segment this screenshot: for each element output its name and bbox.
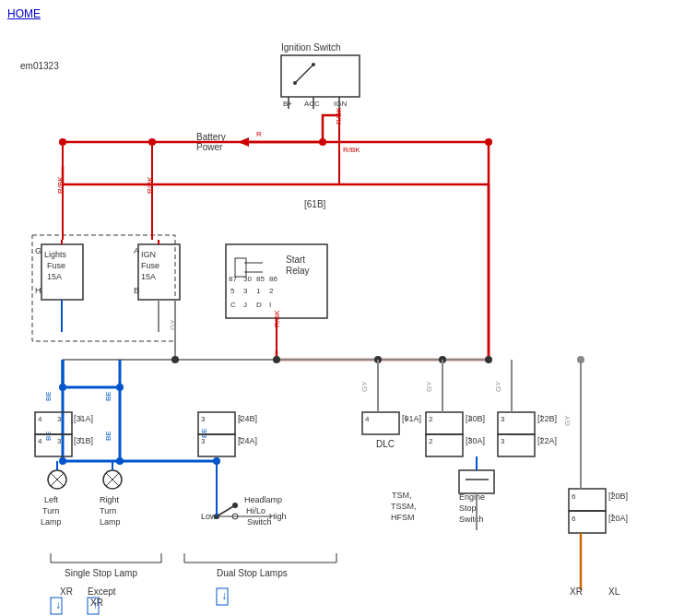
lights-fuse-label: Lights [44, 250, 67, 259]
dual-stop-lamps-label: Dual Stop Lamps [217, 568, 288, 578]
headlamp-switch-label: Headlamp [244, 495, 282, 504]
wiring-diagram: em01323 Ignition Switch B+ ACC IGN R/BK … [0, 0, 696, 616]
svg-text:4: 4 [38, 415, 42, 423]
right-turn-lamp-label2: Turn [100, 506, 116, 515]
connector-61b: [61B] [304, 199, 326, 209]
svg-text:D: D [256, 301, 262, 309]
terminal-b: B [134, 286, 139, 295]
except-xr-label: Except [88, 586, 116, 597]
wire-gy-22b: GY [494, 381, 502, 392]
battery-power-label: Battery [196, 132, 226, 142]
svg-text:87: 87 [229, 275, 237, 283]
svg-text:C: C [230, 301, 236, 309]
xr-label-1: XR [60, 586, 73, 597]
svg-text:↓: ↓ [221, 589, 227, 602]
dlc-label: DLC [376, 439, 395, 449]
hfsm-label: HFSM [391, 513, 415, 522]
terminal-a: A [134, 246, 139, 255]
terminal-h: H [35, 286, 41, 295]
svg-text:3: 3 [243, 287, 248, 295]
svg-text:↓: ↓ [238, 412, 242, 422]
lights-fuse-label2: Fuse [47, 261, 65, 270]
wire-r-label: R [256, 130, 262, 138]
svg-text:↑: ↑ [610, 489, 615, 499]
engine-stop-switch-label3: Switch [459, 515, 484, 524]
conn-31a: [31A] [74, 414, 93, 423]
svg-text:3: 3 [201, 415, 206, 423]
svg-point-45 [273, 356, 280, 363]
left-turn-lamp-label: Left [44, 495, 59, 504]
svg-text:3: 3 [501, 415, 505, 423]
svg-text:86: 86 [269, 275, 277, 283]
engine-stop-switch-label2: Stop [459, 503, 477, 513]
wire-gy-30b: GY [425, 381, 433, 392]
svg-text:3: 3 [201, 437, 206, 445]
diagram-id: em01323 [20, 61, 59, 71]
svg-point-48 [485, 356, 492, 363]
svg-text:↑: ↑ [238, 434, 242, 444]
svg-text:↑: ↑ [610, 511, 615, 521]
svg-text:3: 3 [57, 437, 62, 445]
tssm-label: TSSM, [391, 502, 417, 511]
svg-point-44 [171, 356, 179, 363]
right-turn-lamp-label: Right [100, 495, 120, 504]
svg-text:4: 4 [365, 415, 370, 423]
wire-be-4: BE [104, 431, 112, 441]
svg-point-101 [232, 503, 238, 508]
svg-text:↓: ↓ [404, 412, 408, 422]
xl-label: XL [608, 586, 620, 597]
svg-point-4 [312, 63, 315, 66]
svg-text:↑: ↑ [467, 434, 472, 444]
start-relay-label2: Relay [286, 266, 310, 276]
svg-text:5: 5 [230, 287, 235, 295]
svg-text:2: 2 [429, 415, 433, 423]
xr-label-2: XR [570, 586, 583, 597]
svg-text:B+: B+ [283, 100, 292, 108]
wire-rbk-down: R/BK [343, 146, 360, 154]
svg-text:↓: ↓ [78, 412, 83, 422]
svg-text:1: 1 [256, 287, 261, 295]
ign-fuse-label: IGN [141, 250, 156, 259]
ign-fuse-15a: 15A [141, 272, 156, 281]
wire-be-1: BE [44, 391, 53, 401]
headlamp-switch-label2: Hi/Lo [246, 506, 265, 515]
except-xr-label2: XR [90, 598, 103, 608]
svg-text:2: 2 [429, 437, 433, 445]
lights-fuse-15a: 15A [47, 272, 62, 281]
terminal-g: G [35, 246, 41, 255]
battery-power-label2: Power [196, 142, 223, 152]
tsm-label: TSM, [392, 491, 412, 500]
headlamp-switch-label3: Switch [247, 517, 272, 527]
home-link[interactable]: HOME [7, 7, 41, 20]
svg-point-17 [59, 138, 66, 146]
svg-text:6: 6 [572, 515, 576, 523]
svg-text:↑: ↑ [539, 412, 544, 422]
svg-point-18 [148, 138, 156, 146]
svg-text:85: 85 [256, 275, 265, 283]
svg-text:↓: ↓ [55, 598, 61, 611]
ign-fuse-label2: Fuse [141, 261, 159, 270]
svg-point-3 [293, 81, 297, 85]
wire-gy-91a: GY [360, 381, 369, 392]
wire-be-2: BE [104, 391, 112, 401]
svg-text:J: J [243, 301, 247, 309]
ignition-switch-label: Ignition Switch [281, 42, 340, 53]
right-turn-lamp-label3: Lamp [100, 517, 121, 527]
svg-text:2: 2 [269, 287, 274, 295]
svg-text:↑: ↑ [539, 434, 544, 444]
wire-gy-20b: GY [563, 415, 572, 426]
svg-text:4: 4 [38, 437, 42, 445]
start-relay-label: Start [286, 255, 305, 265]
svg-text:6: 6 [572, 492, 576, 501]
conn-31b: [31B] [74, 436, 93, 445]
svg-text:3: 3 [501, 437, 505, 445]
svg-point-59 [116, 457, 124, 465]
svg-text:3: 3 [57, 415, 62, 423]
left-turn-lamp-label2: Turn [42, 506, 59, 515]
svg-point-19 [485, 138, 492, 146]
svg-text:IGN: IGN [334, 100, 347, 108]
wire-be-3: BE [44, 431, 53, 441]
svg-text:↓: ↓ [467, 412, 472, 422]
left-turn-lamp-label3: Lamp [41, 517, 62, 527]
svg-text:I: I [269, 301, 271, 309]
